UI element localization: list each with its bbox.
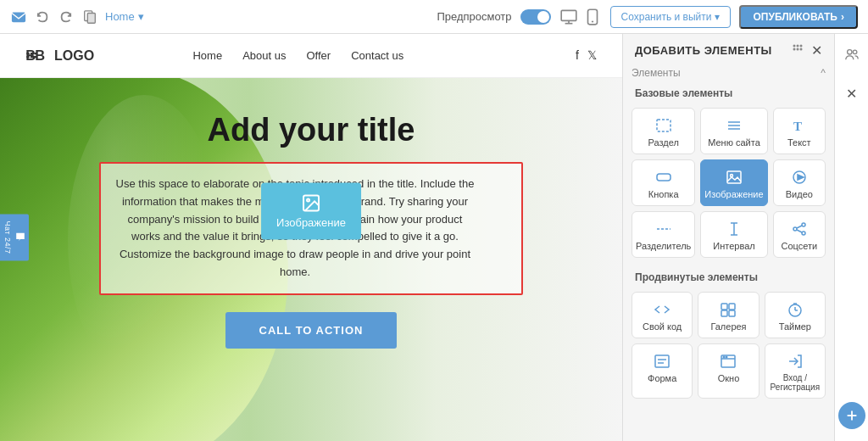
nav-contact[interactable]: Contact us [351, 49, 403, 62]
svg-point-15 [800, 45, 803, 47]
element-login[interactable]: Вход / Регистрация [765, 343, 826, 399]
element-window[interactable]: Окно [698, 343, 759, 399]
iconbar-users[interactable] [838, 41, 865, 68]
facebook-icon[interactable]: f [576, 48, 579, 63]
website-preview: Чат 24/7 𝌅 B B LOGO Home About us Offer … [0, 34, 622, 441]
svg-rect-41 [729, 310, 735, 316]
svg-point-26 [730, 175, 732, 177]
svg-text:T: T [793, 120, 802, 133]
drop-zone-border[interactable]: Изображение Use this space to elaborate … [99, 162, 523, 295]
svg-rect-38 [721, 304, 727, 310]
svg-point-52 [726, 356, 728, 358]
svg-point-12 [307, 199, 309, 202]
elements-label: Элементы [632, 67, 681, 79]
svg-rect-25 [727, 171, 741, 183]
element-video[interactable]: Видео [773, 159, 826, 206]
element-divider[interactable]: Разделитель [632, 211, 695, 258]
svg-point-33 [793, 227, 797, 231]
element-image[interactable]: Изображение [700, 159, 767, 206]
svg-rect-39 [729, 304, 735, 310]
svg-rect-3 [561, 10, 576, 20]
panel-header: ДОБАВИТЬ ЭЛЕМЕНТЫ ✕ [623, 34, 834, 67]
publish-button[interactable]: ОПУБЛИКОВАТЬ › [739, 5, 858, 29]
close-panel-button[interactable]: ✕ [811, 42, 822, 59]
device-icons [559, 8, 602, 26]
advanced-elements-grid: Свой код Галерея Таймер Форма Окно [623, 288, 834, 402]
preview-toggle[interactable] [520, 9, 551, 25]
twitter-icon[interactable]: 𝕏 [587, 48, 597, 63]
panel-header-icons: ✕ [791, 42, 822, 59]
element-text[interactable]: T Текст [773, 108, 826, 154]
right-panel: ДОБАВИТЬ ЭЛЕМЕНТЫ ✕ Элементы ^ Базовые э… [622, 34, 834, 441]
svg-point-55 [853, 50, 857, 54]
element-button[interactable]: Кнопка [632, 159, 695, 206]
svg-point-16 [793, 48, 796, 51]
element-razdel[interactable]: Раздел [632, 108, 695, 154]
svg-line-36 [797, 226, 802, 228]
drop-zone-container: Изображение Use this space to elaborate … [99, 162, 523, 295]
svg-text:B: B [35, 47, 45, 63]
basic-elements-title: Базовые элементы [623, 82, 834, 104]
element-menu[interactable]: Меню сайта [700, 108, 767, 154]
save-button[interactable]: Сохранить и выйти ▾ [610, 6, 732, 28]
svg-point-13 [793, 45, 796, 47]
svg-point-54 [847, 50, 851, 54]
elements-chevron: ^ [821, 67, 826, 79]
svg-line-37 [797, 230, 802, 232]
nav-about[interactable]: About us [242, 49, 286, 62]
desktop-icon[interactable] [559, 8, 578, 26]
cta-button[interactable]: CALL TO ACTION [225, 312, 398, 349]
toolbar-right: Предпросмотр Сохранить и выйти ▾ ОПУБЛИК… [437, 5, 858, 29]
svg-rect-19 [657, 120, 670, 131]
svg-point-17 [797, 48, 799, 51]
advanced-elements-title: Продвинутые элементы [623, 266, 834, 288]
svg-point-35 [802, 232, 805, 235]
svg-point-18 [800, 48, 803, 51]
hero-section: Add your title Изображение [0, 78, 622, 441]
panel-layout-icon[interactable] [791, 42, 804, 59]
redo-icon[interactable] [58, 8, 75, 25]
svg-point-51 [724, 356, 726, 358]
element-social[interactable]: Соцсети [773, 211, 826, 258]
hero-title: Add your title [208, 112, 415, 148]
svg-marker-28 [798, 175, 804, 180]
toolbar-left: Home ▾ [10, 8, 428, 25]
mobile-icon[interactable] [583, 8, 602, 26]
svg-point-34 [802, 223, 805, 226]
home-breadcrumb[interactable]: Home ▾ [105, 10, 144, 23]
iconbar-close[interactable]: ✕ [838, 80, 865, 107]
svg-rect-46 [655, 355, 669, 367]
svg-rect-24 [657, 174, 670, 181]
icon-bar: ✕ [834, 34, 868, 441]
svg-rect-0 [12, 12, 25, 22]
site-logo: 𝌅 B B LOGO [25, 47, 94, 64]
nav-offer[interactable]: Offer [307, 49, 331, 62]
element-gallery[interactable]: Галерея [698, 292, 759, 338]
email-icon[interactable] [10, 8, 27, 25]
svg-rect-40 [721, 310, 727, 316]
element-form[interactable]: Форма [632, 343, 693, 399]
basic-elements-grid: Раздел Меню сайта T Текст Кнопка Изображ… [623, 104, 834, 261]
nav-home[interactable]: Home [192, 49, 222, 62]
hero-content: Add your title Изображение [0, 78, 622, 349]
element-code[interactable]: Свой код [632, 292, 693, 338]
panel-title: ДОБАВИТЬ ЭЛЕМЕНТЫ [635, 44, 772, 57]
svg-rect-2 [87, 13, 95, 23]
preview-label: Предпросмотр [437, 10, 511, 23]
toolbar: Home ▾ Предпросмотр Сохранить и выйти ▾ … [0, 0, 868, 34]
site-nav: 𝌅 B B LOGO Home About us Offer Contact u… [0, 34, 622, 78]
element-timer[interactable]: Таймер [765, 292, 826, 338]
pages-icon[interactable] [81, 8, 98, 25]
undo-icon[interactable] [34, 8, 51, 25]
elements-dropdown[interactable]: Элементы ^ [623, 67, 834, 82]
site-nav-links: Home About us Offer Contact us [192, 49, 403, 62]
chat-widget[interactable]: Чат 24/7 [0, 215, 29, 261]
main-layout: Чат 24/7 𝌅 B B LOGO Home About us Offer … [0, 34, 868, 441]
social-icons: f 𝕏 [576, 48, 597, 63]
iconbar-add[interactable] [838, 402, 865, 429]
svg-point-14 [797, 45, 799, 47]
element-interval[interactable]: Интервал [700, 211, 767, 258]
image-drop-placeholder[interactable]: Изображение [261, 183, 361, 240]
